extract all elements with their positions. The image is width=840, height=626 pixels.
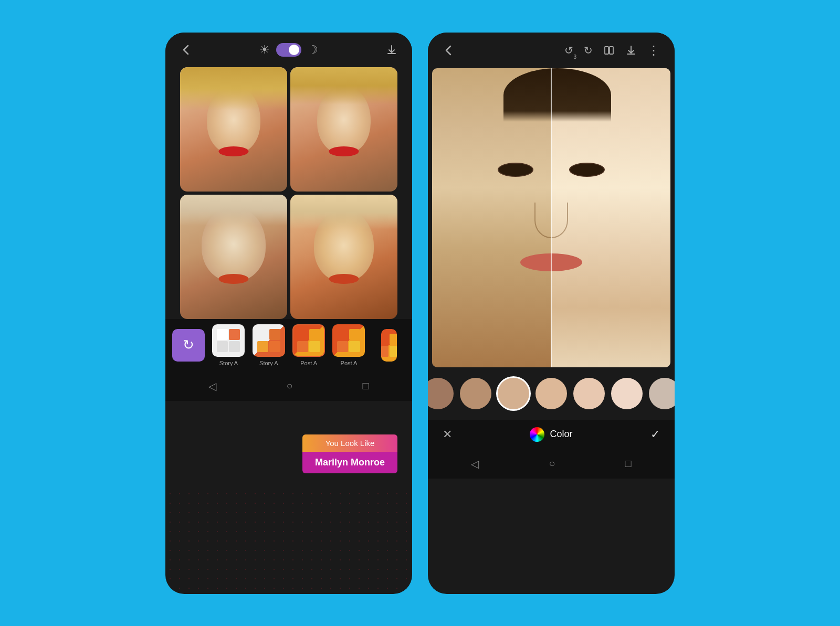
- toolbar-story-a-2[interactable]: Story A: [250, 324, 288, 366]
- right-top-bar: ↺ 3 ↻ ⋮: [428, 33, 675, 68]
- color-wheel-icon: [530, 427, 544, 442]
- refresh-icon-box: ↻: [172, 329, 205, 362]
- bottom-toolbar: ↻ Story A: [165, 319, 412, 372]
- toolbar-post-a-selected[interactable]: Post A: [290, 324, 328, 366]
- undo-button[interactable]: ↺: [564, 44, 573, 57]
- post-a-1-icon-box: [292, 324, 325, 357]
- swatch-5[interactable]: [573, 378, 605, 409]
- left-nav-bar: ◁ ○ □: [165, 372, 412, 401]
- theme-toggle-group: ☀ ☽: [259, 43, 318, 57]
- compare-button[interactable]: [603, 45, 615, 56]
- post-a-2-label: Post A: [341, 360, 358, 366]
- pg-cell: [381, 346, 388, 357]
- pg-cell: [349, 329, 360, 340]
- swatch-3-selected[interactable]: [498, 378, 529, 409]
- pg-cell: [309, 329, 320, 340]
- face-compare-image: [432, 68, 670, 367]
- color-label-group: Color: [530, 427, 572, 442]
- celebrity-name: Marilyn Monroe: [302, 452, 397, 473]
- swatch-2[interactable]: [460, 378, 491, 409]
- right-nav-back-icon[interactable]: ◁: [471, 458, 479, 470]
- swatch-1[interactable]: [428, 378, 454, 409]
- moon-icon: ☽: [308, 43, 318, 57]
- post-a-1-grid: [297, 329, 320, 352]
- close-button[interactable]: ✕: [443, 428, 452, 441]
- story-a-2-grid: [257, 329, 280, 352]
- toolbar-refresh[interactable]: ↻: [170, 329, 207, 362]
- left-top-bar: ☀ ☽: [165, 33, 412, 67]
- hair-overlay: [503, 68, 611, 122]
- toolbar-post-a-2[interactable]: Post A: [330, 324, 368, 366]
- color-label-text: Color: [550, 429, 572, 440]
- theme-toggle[interactable]: [276, 43, 301, 57]
- toolbar-story-a-1[interactable]: Story A: [209, 324, 247, 366]
- sg-cell: [229, 341, 240, 352]
- undo-count-badge: 3: [573, 54, 576, 60]
- partial-icon-box: [381, 329, 397, 362]
- redo-button[interactable]: ↻: [584, 44, 593, 57]
- eye-right-overlay: [570, 164, 604, 176]
- bottom-action-bar: ✕ Color ✓: [428, 420, 675, 449]
- nose-overlay: [534, 203, 568, 238]
- you-look-like-label: You Look Like: [302, 434, 397, 452]
- you-look-like-badge: You Look Like Marilyn Monroe: [302, 434, 397, 473]
- post-a-2-icon-box: [332, 324, 365, 357]
- right-toolbar-icons: ↺ 3 ↻ ⋮: [564, 43, 660, 58]
- face-cell-4[interactable]: [290, 195, 397, 319]
- eye-left-overlay: [499, 164, 532, 176]
- right-download-button[interactable]: [625, 45, 637, 56]
- pg-cell: [297, 341, 308, 352]
- confirm-button[interactable]: ✓: [650, 428, 660, 441]
- svg-rect-1: [610, 47, 613, 54]
- sg-cell: [217, 329, 228, 340]
- sg-cell: [257, 329, 268, 340]
- decorative-dots: [165, 489, 412, 594]
- pg-cell: [381, 334, 388, 345]
- sg-cell: [257, 341, 268, 352]
- right-nav-recent-icon[interactable]: □: [625, 458, 631, 470]
- right-back-button[interactable]: [443, 45, 454, 56]
- right-nav-bar: ◁ ○ □: [428, 449, 675, 479]
- sg-cell: [269, 329, 280, 340]
- left-phone: ☀ ☽: [165, 33, 412, 594]
- swatch-6[interactable]: [611, 378, 643, 409]
- lips-overlay: [520, 253, 582, 271]
- pg-cell: [337, 341, 348, 352]
- left-nav-back-icon[interactable]: ◁: [208, 380, 216, 392]
- swatch-4[interactable]: [536, 378, 567, 409]
- sg-cell: [229, 329, 240, 340]
- svg-rect-0: [605, 47, 608, 54]
- face-cell-3[interactable]: [180, 195, 287, 319]
- story-a-1-icon-box: [212, 324, 245, 357]
- face-cell-2[interactable]: [290, 67, 397, 192]
- story-a-2-label: Story A: [259, 360, 278, 366]
- right-phone: ↺ 3 ↻ ⋮: [428, 33, 675, 594]
- sun-icon: ☀: [259, 43, 270, 57]
- pg-cell: [337, 329, 348, 340]
- toolbar-partial[interactable]: [370, 329, 408, 362]
- post-a-2-grid: [337, 329, 360, 352]
- left-nav-home-icon[interactable]: ○: [286, 380, 292, 392]
- pg-cell: [390, 334, 397, 345]
- story-a-1-label: Story A: [219, 360, 238, 366]
- pg-cell: [309, 341, 320, 352]
- left-download-button[interactable]: [386, 44, 397, 56]
- undo-container: ↺ 3: [564, 44, 573, 57]
- right-nav-home-icon[interactable]: ○: [549, 458, 555, 470]
- left-nav-recent-icon[interactable]: □: [362, 380, 369, 392]
- pg-cell: [390, 346, 397, 357]
- pg-cell: [349, 341, 360, 352]
- swatch-7[interactable]: [649, 378, 675, 409]
- story-a-1-grid: [217, 329, 240, 352]
- sg-cell: [217, 341, 228, 352]
- face-grid: [165, 67, 412, 319]
- partial-grid: [381, 334, 397, 357]
- pg-cell: [297, 329, 308, 340]
- face-cell-1[interactable]: [180, 67, 287, 192]
- more-options-button[interactable]: ⋮: [647, 43, 660, 58]
- refresh-icon: ↻: [183, 337, 194, 353]
- story-a-2-icon-box: [253, 324, 285, 357]
- left-back-button[interactable]: [180, 44, 192, 56]
- color-swatches-row: [428, 367, 675, 420]
- sg-cell: [269, 341, 280, 352]
